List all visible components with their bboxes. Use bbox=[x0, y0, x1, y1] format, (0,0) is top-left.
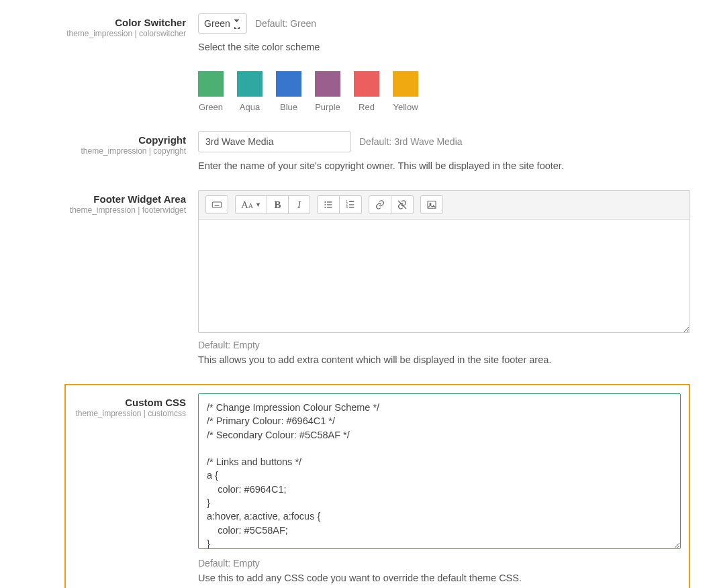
svg-text:3: 3 bbox=[346, 205, 348, 209]
color-switcher-label: Color Switcher bbox=[0, 17, 186, 28]
copyright-label: Copyright bbox=[0, 134, 186, 146]
swatch-purple[interactable]: Purple bbox=[315, 71, 340, 112]
copyright-labelcol: Copyright theme_impression | copyright bbox=[0, 131, 198, 171]
color-switcher-help: Select the site color scheme bbox=[198, 42, 690, 52]
footer-widget-textarea[interactable] bbox=[199, 219, 690, 332]
footer-widget-row: Footer Widget Area theme_impression | fo… bbox=[0, 190, 690, 365]
color-switcher-row: Color Switcher theme_impression | colors… bbox=[0, 13, 690, 112]
svg-rect-11 bbox=[327, 207, 332, 207]
swatch-chip bbox=[393, 71, 418, 97]
svg-point-8 bbox=[324, 204, 326, 205]
unlink-icon[interactable] bbox=[391, 195, 414, 214]
swatch-name: Blue bbox=[280, 102, 297, 112]
unordered-list-icon[interactable] bbox=[317, 195, 340, 214]
custom-css-textarea[interactable] bbox=[198, 393, 681, 549]
swatch-name: Aqua bbox=[240, 102, 260, 112]
font-size-icon[interactable]: AA ▼ bbox=[235, 195, 267, 214]
color-switcher-select[interactable]: Green bbox=[198, 13, 247, 34]
keyboard-icon[interactable] bbox=[205, 195, 228, 214]
svg-point-6 bbox=[324, 201, 326, 203]
swatch-chip bbox=[276, 71, 301, 97]
swatch-chip bbox=[354, 71, 379, 97]
svg-rect-9 bbox=[327, 204, 332, 205]
custom-css-field: Default: Empty Use this to add any CSS c… bbox=[198, 393, 681, 583]
svg-point-20 bbox=[430, 203, 431, 205]
svg-rect-0 bbox=[212, 202, 221, 207]
svg-rect-13 bbox=[349, 201, 354, 202]
svg-rect-19 bbox=[428, 201, 436, 209]
color-switcher-labelcol: Color Switcher theme_impression | colors… bbox=[0, 13, 198, 112]
link-icon[interactable] bbox=[369, 195, 391, 214]
custom-css-help: Use this to add any CSS code you want to… bbox=[198, 573, 681, 583]
swatch-red[interactable]: Red bbox=[354, 71, 379, 112]
color-switcher-sub: theme_impression | colorswitcher bbox=[0, 29, 186, 38]
copyright-field: Default: 3rd Wave Media Enter the name o… bbox=[198, 131, 690, 171]
copyright-help: Enter the name of your site's copyright … bbox=[198, 160, 690, 171]
color-swatches: GreenAquaBluePurpleRedYellow bbox=[198, 71, 690, 112]
copyright-input[interactable] bbox=[198, 131, 351, 152]
svg-rect-15 bbox=[349, 204, 354, 205]
italic-icon[interactable]: I bbox=[289, 195, 310, 214]
svg-point-10 bbox=[324, 207, 326, 208]
swatch-green[interactable]: Green bbox=[198, 71, 224, 112]
custom-css-default: Default: Empty bbox=[198, 558, 681, 569]
footer-widget-label: Footer Widget Area bbox=[0, 193, 186, 205]
swatch-blue[interactable]: Blue bbox=[276, 71, 301, 112]
swatch-yellow[interactable]: Yellow bbox=[393, 71, 418, 112]
swatch-aqua[interactable]: Aqua bbox=[237, 71, 263, 112]
image-icon[interactable] bbox=[420, 195, 443, 214]
svg-rect-7 bbox=[327, 201, 332, 202]
ordered-list-icon[interactable]: 1 2 3 bbox=[340, 195, 362, 214]
copyright-sub: theme_impression | copyright bbox=[0, 146, 186, 156]
color-switcher-field: Green Default: Green Select the site col… bbox=[198, 13, 690, 112]
bold-icon[interactable]: B bbox=[267, 195, 289, 214]
footer-widget-sub: theme_impression | footerwidget bbox=[0, 205, 186, 215]
custom-css-sub: theme_impression | customcss bbox=[66, 409, 186, 418]
svg-rect-17 bbox=[349, 207, 354, 207]
swatch-chip bbox=[237, 71, 263, 97]
editor-toolbar: AA ▼ B I bbox=[199, 191, 690, 219]
custom-css-labelcol: Custom CSS theme_impression | customcss bbox=[66, 393, 198, 583]
footer-widget-field: AA ▼ B I bbox=[198, 190, 690, 365]
swatch-name: Green bbox=[199, 102, 223, 112]
copyright-default: Default: 3rd Wave Media bbox=[359, 136, 463, 147]
swatch-name: Purple bbox=[315, 102, 340, 112]
footer-widget-help: This allows you to add extra content whi… bbox=[198, 354, 690, 365]
swatch-chip bbox=[315, 71, 340, 97]
color-switcher-default: Default: Green bbox=[255, 18, 316, 29]
copyright-row: Copyright theme_impression | copyright D… bbox=[0, 131, 690, 171]
swatch-name: Red bbox=[359, 102, 375, 112]
custom-css-row: Custom CSS theme_impression | customcss … bbox=[64, 384, 690, 588]
footer-widget-labelcol: Footer Widget Area theme_impression | fo… bbox=[0, 190, 198, 365]
swatch-name: Yellow bbox=[393, 102, 418, 112]
custom-css-label: Custom CSS bbox=[66, 397, 186, 408]
footer-widget-default: Default: Empty bbox=[198, 340, 690, 350]
footer-widget-editor: AA ▼ B I bbox=[198, 190, 690, 333]
swatch-chip bbox=[198, 71, 224, 97]
